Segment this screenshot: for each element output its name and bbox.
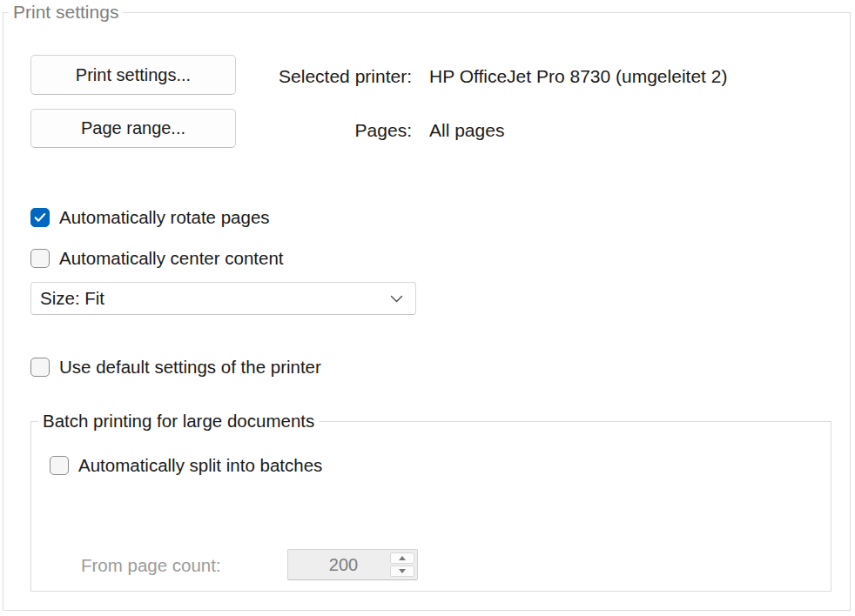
selected-printer-label: Selected printer: — [244, 66, 412, 87]
size-dropdown[interactable]: Size: Fit — [30, 282, 416, 315]
from-page-count-spinner[interactable] — [287, 549, 418, 580]
use-printer-defaults-label[interactable]: Use default settings of the printer — [59, 357, 321, 378]
batch-groupbox-title: Batch printing for large documents — [38, 410, 319, 432]
spinner-buttons — [390, 550, 417, 579]
pages-label: Pages: — [244, 120, 412, 141]
print-settings-panel: Print settings Print settings... Page ra… — [0, 0, 855, 616]
spin-up-button[interactable] — [390, 552, 414, 564]
spin-down-icon — [399, 569, 406, 573]
selected-printer-value: HP OfficeJet Pro 8730 (umgeleitet 2) — [429, 66, 727, 87]
size-dropdown-value: Size: Fit — [40, 288, 390, 309]
split-batches-checkbox[interactable] — [50, 456, 69, 475]
use-printer-defaults-checkbox-row[interactable]: Use default settings of the printer — [30, 357, 321, 378]
rotate-pages-checkbox[interactable] — [30, 208, 50, 227]
split-batches-label[interactable]: Automatically split into batches — [78, 455, 322, 476]
center-content-checkbox-row[interactable]: Automatically center content — [30, 248, 284, 269]
from-page-count-input[interactable] — [288, 550, 390, 579]
center-content-checkbox[interactable] — [30, 249, 50, 268]
use-printer-defaults-checkbox[interactable] — [30, 358, 50, 377]
page-range-button[interactable]: Page range... — [30, 109, 236, 148]
spin-down-button[interactable] — [390, 566, 414, 577]
split-batches-checkbox-row[interactable]: Automatically split into batches — [50, 455, 322, 476]
groupbox-title: Print settings — [9, 1, 123, 23]
chevron-down-icon — [390, 295, 403, 303]
rotate-pages-checkbox-row[interactable]: Automatically rotate pages — [30, 207, 270, 228]
from-page-count-label: From page count: — [81, 555, 221, 576]
spin-up-icon — [399, 556, 406, 560]
print-settings-button[interactable]: Print settings... — [30, 55, 236, 95]
pages-value: All pages — [429, 120, 504, 141]
checkmark-icon — [34, 212, 46, 223]
rotate-pages-label[interactable]: Automatically rotate pages — [59, 207, 270, 228]
center-content-label[interactable]: Automatically center content — [59, 248, 284, 269]
